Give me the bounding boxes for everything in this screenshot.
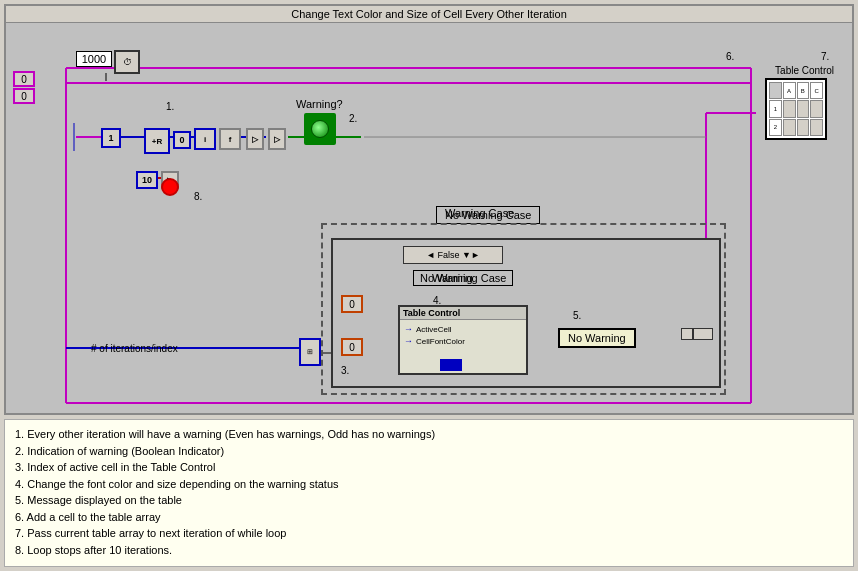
desc-item-4: 4. Change the font color and size depend…: [15, 476, 843, 493]
warning-q-label: Warning?: [296, 98, 343, 110]
desc-item-1: 1. Every other iteration will have a war…: [15, 426, 843, 443]
zero-box-1[interactable]: 0: [341, 295, 363, 313]
tc-cell: A: [783, 82, 796, 99]
compare-block: i: [194, 128, 216, 150]
diagram-title: Change Text Color and Size of Cell Every…: [6, 6, 852, 23]
active-cell-label: ActiveCell: [416, 325, 452, 334]
arrow-active: →: [404, 324, 413, 334]
table-control-main: A B C 1 2: [765, 78, 827, 140]
tc-cell: [810, 100, 823, 117]
add-output: 0: [173, 131, 191, 149]
label-5-inner: 5.: [573, 310, 581, 321]
table-control-label: Table Control: [775, 65, 834, 76]
desc-item-8: 8. Loop stops after 10 iterations.: [15, 542, 843, 559]
index-mux-block: ⊞: [299, 338, 321, 366]
tc-cell: [783, 100, 796, 117]
case-inner: ◄ False ▼► No Warning Case 0 0 3.: [331, 238, 721, 388]
cell-font-label: CellFontColor: [416, 337, 465, 346]
diagram-canvas: 1000 ⏱ 6. 7. 0 0 1 +R: [6, 23, 852, 413]
label-3-inner: 3.: [341, 365, 349, 376]
mod-block: f: [219, 128, 241, 150]
label-1: 1.: [166, 101, 174, 112]
zero-box-2[interactable]: 0: [341, 338, 363, 356]
iteration-count-input[interactable]: 1000: [76, 51, 112, 67]
desc-item-5: 5. Message displayed on the table: [15, 492, 843, 509]
bool-block-1: ▷: [246, 128, 264, 150]
desc-item-3: 3. Index of active cell in the Table Con…: [15, 459, 843, 476]
warning-selector-label: Warning: [432, 272, 473, 284]
table-grid: A B C 1 2: [767, 80, 825, 138]
stop-button[interactable]: [161, 178, 179, 196]
warning-indicator: [304, 113, 336, 145]
tc-cell: [797, 100, 810, 117]
add-block: +R: [144, 128, 170, 154]
color-indicator: [440, 359, 462, 371]
timer-icon: ⏱: [114, 50, 140, 74]
tc-cell: C: [810, 82, 823, 99]
bool-block-2: ▷: [268, 128, 286, 150]
indicator-light: [311, 120, 329, 138]
num-ten-block: 10: [136, 171, 158, 189]
right-block-1: [693, 328, 713, 340]
tc-cell: [783, 119, 796, 136]
num-zero-1[interactable]: 0: [13, 71, 35, 87]
no-warning-button[interactable]: No Warning: [558, 328, 636, 348]
right-block-2: [681, 328, 693, 340]
tc-cell: [797, 119, 810, 136]
cell-font-row: → CellFontColor: [404, 336, 522, 346]
label-8: 8.: [194, 191, 202, 202]
tc-cell: 2: [769, 119, 782, 136]
label-2: 2.: [349, 113, 357, 124]
tc-cell: [810, 119, 823, 136]
warning-case-label: Warning Case: [445, 207, 514, 219]
tc-cell: B: [797, 82, 810, 99]
tc-inner-header: Table Control: [400, 307, 526, 320]
tc-cell: [769, 82, 782, 99]
arrow-font: →: [404, 336, 413, 346]
table-control-inner: Table Control → ActiveCell → CellFontCol…: [398, 305, 528, 375]
num-zero-2[interactable]: 0: [13, 88, 35, 104]
label-6: 6.: [726, 51, 734, 62]
main-window: Change Text Color and Size of Cell Every…: [0, 0, 858, 571]
desc-item-7: 7. Pass current table array to next iter…: [15, 525, 843, 542]
diagram-area: Change Text Color and Size of Cell Every…: [4, 4, 854, 415]
desc-item-2: 2. Indication of warning (Boolean Indica…: [15, 443, 843, 460]
tc-cell: 1: [769, 100, 782, 117]
iteration-label: # of iterations/index: [91, 343, 178, 354]
description-area: 1. Every other iteration will have a war…: [4, 419, 854, 567]
label-7: 7.: [821, 51, 829, 62]
tc-inner-body: → ActiveCell → CellFontColor: [400, 320, 526, 350]
false-selector[interactable]: ◄ False ▼►: [403, 246, 503, 264]
active-cell-row: → ActiveCell: [404, 324, 522, 334]
desc-item-6: 6. Add a cell to the table array: [15, 509, 843, 526]
num-one-block: 1: [101, 128, 121, 148]
